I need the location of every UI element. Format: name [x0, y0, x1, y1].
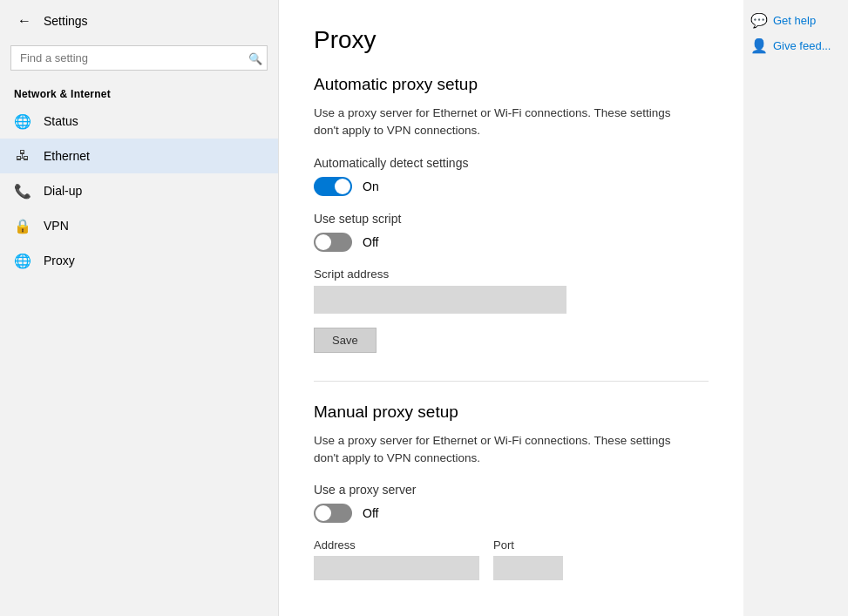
use-proxy-state: Off: [363, 506, 378, 520]
script-address-input[interactable]: [314, 286, 566, 314]
use-script-state: Off: [363, 235, 378, 249]
search-input[interactable]: [10, 45, 268, 71]
sidebar-item-label-status: Status: [44, 114, 78, 128]
port-group: Port: [493, 538, 563, 580]
status-icon: 🌐: [14, 112, 31, 130]
auto-detect-state: On: [363, 179, 379, 193]
save-button[interactable]: Save: [314, 328, 377, 353]
sidebar-item-label-vpn: VPN: [44, 219, 69, 233]
sidebar-item-label-ethernet: Ethernet: [44, 149, 90, 163]
sidebar-item-label-proxy: Proxy: [44, 254, 75, 267]
use-proxy-row: Off: [314, 504, 709, 523]
sidebar-item-dialup[interactable]: 📞 Dial-up: [0, 173, 278, 208]
section-divider: [314, 381, 709, 382]
sidebar-header: ← Settings: [0, 0, 278, 42]
use-script-toggle[interactable]: [314, 233, 352, 252]
sidebar-item-proxy[interactable]: 🌐 Proxy: [0, 243, 278, 278]
auto-detect-label: Automatically detect settings: [314, 156, 709, 170]
address-input[interactable]: [314, 556, 479, 580]
address-group: Address: [314, 538, 479, 580]
get-help-label: Get help: [773, 14, 816, 27]
get-help-link[interactable]: 💬 Get help: [750, 12, 841, 29]
sidebar-item-status[interactable]: 🌐 Status: [0, 104, 278, 139]
address-label: Address: [314, 538, 479, 552]
search-icon-button[interactable]: 🔍: [248, 51, 262, 64]
port-label: Port: [493, 538, 563, 552]
sidebar-item-label-dialup: Dial-up: [44, 184, 82, 198]
back-button[interactable]: ←: [14, 10, 35, 32]
give-feedback-label: Give feed...: [773, 39, 831, 52]
main-content: Proxy Automatic proxy setup Use a proxy …: [279, 0, 743, 616]
proxy-icon: 🌐: [14, 252, 31, 269]
help-panel: 💬 Get help 👤 Give feed...: [743, 0, 848, 616]
sidebar-item-vpn[interactable]: 🔒 VPN: [0, 208, 278, 243]
dialup-icon: 📞: [14, 182, 31, 200]
use-script-label: Use setup script: [314, 212, 709, 226]
vpn-icon: 🔒: [14, 217, 31, 234]
port-input[interactable]: [493, 556, 563, 580]
sidebar: ← Settings 🔍 Network & Internet 🌐 Status…: [0, 0, 279, 616]
network-section-label: Network & Internet: [0, 81, 278, 104]
search-bar-container: 🔍: [10, 45, 268, 71]
address-port-row: Address Port: [314, 538, 709, 580]
sidebar-item-ethernet[interactable]: 🖧 Ethernet: [0, 139, 278, 173]
ethernet-icon: 🖧: [14, 147, 31, 165]
auto-section-description: Use a proxy server for Ethernet or Wi-Fi…: [314, 105, 697, 140]
use-proxy-label: Use a proxy server: [314, 483, 709, 497]
manual-section-heading: Manual proxy setup: [314, 403, 709, 422]
auto-detect-row: On: [314, 177, 709, 196]
manual-section-description: Use a proxy server for Ethernet or Wi-Fi…: [314, 432, 697, 468]
sidebar-title: Settings: [44, 14, 88, 28]
use-proxy-toggle[interactable]: [314, 504, 352, 523]
auto-section-heading: Automatic proxy setup: [314, 75, 709, 94]
get-help-icon: 💬: [750, 12, 768, 29]
page-title: Proxy: [314, 26, 709, 54]
auto-detect-toggle[interactable]: [314, 177, 352, 196]
give-feedback-icon: 👤: [750, 37, 768, 54]
auto-proxy-section: Automatic proxy setup Use a proxy server…: [314, 75, 709, 381]
give-feedback-link[interactable]: 👤 Give feed...: [750, 37, 841, 54]
nav-items: 🌐 Status 🖧 Ethernet 📞 Dial-up 🔒 VPN 🌐 Pr…: [0, 104, 278, 278]
use-script-row: Off: [314, 233, 709, 252]
script-address-label: Script address: [314, 267, 709, 281]
manual-proxy-section: Manual proxy setup Use a proxy server fo…: [314, 403, 709, 581]
